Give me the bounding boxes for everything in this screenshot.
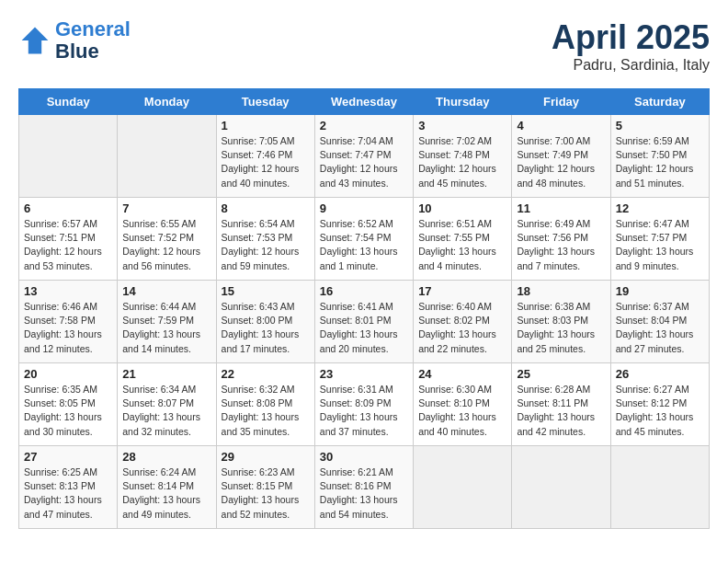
logo-text: General Blue — [55, 18, 131, 63]
calendar-cell: 15Sunrise: 6:43 AMSunset: 8:00 PMDayligh… — [216, 281, 314, 363]
day-info: Sunrise: 6:27 AMSunset: 8:12 PMDaylight:… — [616, 383, 704, 439]
calendar-week-row: 1Sunrise: 7:05 AMSunset: 7:46 PMDaylight… — [19, 115, 710, 198]
day-number: 6 — [24, 201, 112, 215]
day-info: Sunrise: 7:02 AMSunset: 7:48 PMDaylight:… — [418, 134, 506, 190]
calendar-cell: 7Sunrise: 6:55 AMSunset: 7:52 PMDaylight… — [118, 198, 216, 281]
day-info: Sunrise: 6:49 AMSunset: 7:56 PMDaylight:… — [517, 217, 605, 273]
calendar-cell: 9Sunrise: 6:52 AMSunset: 7:54 PMDaylight… — [314, 198, 413, 281]
calendar-cell: 28Sunrise: 6:24 AMSunset: 8:14 PMDayligh… — [118, 446, 216, 529]
calendar-cell: 10Sunrise: 6:51 AMSunset: 7:55 PMDayligh… — [414, 198, 512, 281]
calendar-cell: 27Sunrise: 6:25 AMSunset: 8:13 PMDayligh… — [19, 446, 118, 529]
calendar-cell: 8Sunrise: 6:54 AMSunset: 7:53 PMDaylight… — [216, 198, 314, 281]
day-number: 15 — [222, 284, 310, 298]
day-number: 25 — [517, 367, 605, 381]
svg-marker-0 — [22, 28, 49, 54]
calendar-cell — [610, 446, 709, 529]
day-number: 28 — [122, 450, 210, 464]
calendar-cell — [512, 446, 610, 529]
calendar-cell: 1Sunrise: 7:05 AMSunset: 7:46 PMDaylight… — [216, 115, 314, 198]
day-info: Sunrise: 6:37 AMSunset: 8:04 PMDaylight:… — [616, 300, 704, 356]
calendar-week-row: 20Sunrise: 6:35 AMSunset: 8:05 PMDayligh… — [19, 363, 710, 446]
calendar-cell: 13Sunrise: 6:46 AMSunset: 7:58 PMDayligh… — [19, 281, 118, 363]
day-info: Sunrise: 6:38 AMSunset: 8:03 PMDaylight:… — [517, 300, 605, 356]
day-number: 14 — [122, 284, 210, 298]
calendar-cell: 25Sunrise: 6:28 AMSunset: 8:11 PMDayligh… — [512, 363, 610, 446]
title-block: April 2025 Padru, Sardinia, Italy — [552, 18, 710, 74]
day-number: 29 — [222, 450, 310, 464]
day-number: 30 — [320, 450, 408, 464]
calendar-cell: 6Sunrise: 6:57 AMSunset: 7:51 PMDaylight… — [19, 198, 118, 281]
day-number: 10 — [418, 201, 506, 215]
calendar-cell: 30Sunrise: 6:21 AMSunset: 8:16 PMDayligh… — [314, 446, 413, 529]
calendar-cell — [118, 115, 216, 198]
weekday-header-wednesday: Wednesday — [314, 89, 413, 115]
calendar-body: 1Sunrise: 7:05 AMSunset: 7:46 PMDaylight… — [19, 115, 710, 529]
day-number: 3 — [418, 119, 506, 132]
day-info: Sunrise: 6:41 AMSunset: 8:01 PMDaylight:… — [320, 300, 408, 356]
calendar-cell: 26Sunrise: 6:27 AMSunset: 8:12 PMDayligh… — [610, 363, 709, 446]
day-number: 11 — [517, 201, 605, 215]
day-number: 1 — [222, 119, 310, 132]
calendar-header: SundayMondayTuesdayWednesdayThursdayFrid… — [19, 89, 710, 115]
day-info: Sunrise: 6:32 AMSunset: 8:08 PMDaylight:… — [222, 383, 310, 439]
day-info: Sunrise: 6:55 AMSunset: 7:52 PMDaylight:… — [122, 217, 210, 273]
day-info: Sunrise: 6:28 AMSunset: 8:11 PMDaylight:… — [517, 383, 605, 439]
day-info: Sunrise: 6:40 AMSunset: 8:02 PMDaylight:… — [418, 300, 506, 356]
day-info: Sunrise: 6:21 AMSunset: 8:16 PMDaylight:… — [320, 465, 408, 522]
calendar-cell: 18Sunrise: 6:38 AMSunset: 8:03 PMDayligh… — [512, 281, 610, 363]
day-info: Sunrise: 6:34 AMSunset: 8:07 PMDaylight:… — [122, 383, 210, 439]
day-number: 7 — [122, 201, 210, 215]
day-number: 5 — [616, 119, 704, 132]
day-number: 8 — [222, 201, 310, 215]
day-info: Sunrise: 6:46 AMSunset: 7:58 PMDaylight:… — [24, 300, 112, 356]
calendar-cell: 19Sunrise: 6:37 AMSunset: 8:04 PMDayligh… — [610, 281, 709, 363]
calendar-cell: 24Sunrise: 6:30 AMSunset: 8:10 PMDayligh… — [414, 363, 512, 446]
day-number: 18 — [517, 284, 605, 298]
month-title: April 2025 — [552, 18, 710, 57]
calendar-cell: 29Sunrise: 6:23 AMSunset: 8:15 PMDayligh… — [216, 446, 314, 529]
calendar-cell: 21Sunrise: 6:34 AMSunset: 8:07 PMDayligh… — [118, 363, 216, 446]
logo: General Blue — [18, 18, 131, 63]
day-number: 20 — [24, 367, 112, 381]
day-number: 22 — [222, 367, 310, 381]
weekday-header-thursday: Thursday — [414, 89, 512, 115]
day-number: 27 — [24, 450, 112, 464]
day-number: 23 — [320, 367, 408, 381]
day-info: Sunrise: 6:47 AMSunset: 7:57 PMDaylight:… — [616, 217, 704, 273]
calendar-cell: 23Sunrise: 6:31 AMSunset: 8:09 PMDayligh… — [314, 363, 413, 446]
weekday-header-row: SundayMondayTuesdayWednesdayThursdayFrid… — [19, 89, 710, 115]
day-info: Sunrise: 6:44 AMSunset: 7:59 PMDaylight:… — [122, 300, 210, 356]
weekday-header-friday: Friday — [512, 89, 610, 115]
weekday-header-sunday: Sunday — [19, 89, 118, 115]
day-number: 2 — [320, 119, 408, 132]
day-info: Sunrise: 6:25 AMSunset: 8:13 PMDaylight:… — [24, 465, 112, 522]
weekday-header-monday: Monday — [118, 89, 216, 115]
day-number: 13 — [24, 284, 112, 298]
calendar-table: SundayMondayTuesdayWednesdayThursdayFrid… — [18, 88, 710, 529]
day-info: Sunrise: 7:04 AMSunset: 7:47 PMDaylight:… — [320, 134, 408, 190]
day-info: Sunrise: 6:52 AMSunset: 7:54 PMDaylight:… — [320, 217, 408, 273]
calendar-week-row: 27Sunrise: 6:25 AMSunset: 8:13 PMDayligh… — [19, 446, 710, 529]
calendar-cell: 12Sunrise: 6:47 AMSunset: 7:57 PMDayligh… — [610, 198, 709, 281]
day-number: 19 — [616, 284, 704, 298]
day-info: Sunrise: 6:59 AMSunset: 7:50 PMDaylight:… — [616, 134, 704, 190]
day-info: Sunrise: 7:05 AMSunset: 7:46 PMDaylight:… — [222, 134, 310, 190]
day-info: Sunrise: 6:57 AMSunset: 7:51 PMDaylight:… — [24, 217, 112, 273]
calendar-cell: 11Sunrise: 6:49 AMSunset: 7:56 PMDayligh… — [512, 198, 610, 281]
logo-icon — [18, 24, 51, 57]
day-info: Sunrise: 6:24 AMSunset: 8:14 PMDaylight:… — [122, 465, 210, 522]
calendar-cell — [414, 446, 512, 529]
calendar-cell: 20Sunrise: 6:35 AMSunset: 8:05 PMDayligh… — [19, 363, 118, 446]
calendar-cell: 17Sunrise: 6:40 AMSunset: 8:02 PMDayligh… — [414, 281, 512, 363]
weekday-header-tuesday: Tuesday — [216, 89, 314, 115]
day-number: 9 — [320, 201, 408, 215]
day-info: Sunrise: 6:43 AMSunset: 8:00 PMDaylight:… — [222, 300, 310, 356]
calendar-cell: 5Sunrise: 6:59 AMSunset: 7:50 PMDaylight… — [610, 115, 709, 198]
day-number: 24 — [418, 367, 506, 381]
day-number: 21 — [122, 367, 210, 381]
calendar-cell: 3Sunrise: 7:02 AMSunset: 7:48 PMDaylight… — [414, 115, 512, 198]
day-number: 17 — [418, 284, 506, 298]
calendar-cell: 16Sunrise: 6:41 AMSunset: 8:01 PMDayligh… — [314, 281, 413, 363]
day-number: 4 — [517, 119, 605, 132]
calendar-cell: 22Sunrise: 6:32 AMSunset: 8:08 PMDayligh… — [216, 363, 314, 446]
